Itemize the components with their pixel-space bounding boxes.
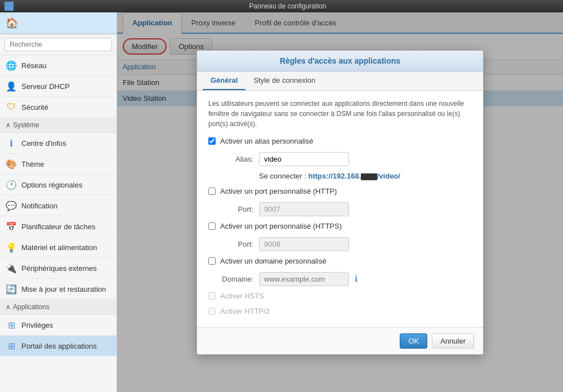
sidebar-item-label: Portail des applications	[21, 342, 97, 350]
sidebar-item-notification[interactable]: 💬 Notification	[0, 195, 117, 216]
alias-input[interactable]	[259, 152, 349, 166]
dhcp-icon: 👤	[6, 81, 17, 92]
theme-icon: 🎨	[6, 158, 17, 170]
modal-description: Les utilisateurs peuvent se connecter au…	[208, 99, 472, 129]
network-icon: 🌐	[6, 60, 17, 71]
http-port-row: Port:	[208, 202, 472, 216]
sidebar-item-privileges[interactable]: ⊞ Privilèges	[0, 315, 117, 336]
sidebar-item-label: Matériel et alimentation	[21, 243, 97, 252]
domain-input[interactable]	[259, 272, 349, 286]
domain-checkbox-label[interactable]: Activer un domaine personnalisé	[220, 257, 327, 265]
http2-checkbox-row: Activer HTTP/2	[208, 307, 472, 315]
modal-footer: OK Annuler	[197, 327, 483, 354]
https-port-row: Port:	[208, 237, 472, 251]
sidebar-item-label: Planificateur de tâches	[21, 222, 96, 231]
sidebar-item-portail[interactable]: ⊞ Portail des applications	[0, 336, 117, 357]
app-icon	[5, 2, 14, 11]
https-checkbox-label[interactable]: Activer un port personnalisé (HTTPS)	[220, 222, 342, 230]
sidebar-home[interactable]: 🏠	[0, 12, 117, 34]
sidebar-item-label: Périphériques externes	[21, 264, 97, 273]
sidebar: 🏠 🌐 Réseau 👤 Serveur DHCP 🛡 Sécurité ∧ S…	[0, 12, 117, 392]
regional-icon: 🕐	[6, 179, 17, 190]
https-port-input[interactable]	[259, 237, 349, 251]
modal-body: Les utilisateurs peuvent se connecter au…	[197, 91, 483, 327]
sidebar-item-label: Mise à jour et restauration	[21, 285, 106, 293]
cancel-button[interactable]: Annuler	[432, 333, 474, 349]
https-checkbox[interactable]	[208, 222, 216, 230]
hsts-checkbox-row: Activer HSTS	[208, 292, 472, 300]
sidebar-item-centre-infos[interactable]: ℹ Centre d'infos	[0, 133, 117, 154]
http-checkbox-row: Activer un port personnalisé (HTTP)	[208, 187, 472, 195]
info-icon[interactable]: ℹ	[355, 274, 358, 283]
alias-checkbox-row: Activer un alias personnalisé	[208, 137, 472, 145]
sidebar-item-label: Serveur DHCP	[21, 82, 70, 91]
sidebar-item-label: Sécurité	[21, 103, 48, 112]
modal-tab-general[interactable]: Général	[203, 72, 245, 90]
update-icon: 🔄	[6, 283, 17, 295]
domain-checkbox[interactable]	[208, 257, 216, 265]
external-icon: 🔌	[6, 262, 17, 274]
info-icon: ℹ	[6, 137, 17, 149]
collapse-arrow: ∧	[6, 303, 11, 311]
connect-url: Se connecter : https://192.168.████/vide…	[259, 172, 472, 180]
privileges-icon: ⊞	[6, 319, 17, 331]
sidebar-item-label: Thème	[21, 160, 44, 168]
content-area: Application Proxy inverse Profil de cont…	[117, 12, 563, 392]
planner-icon: 📅	[6, 221, 17, 232]
modal-overlay: Règles d'accès aux applications Général …	[117, 12, 563, 392]
modal-title: Règles d'accès aux applications	[197, 51, 483, 72]
modal-tab-style-connexion[interactable]: Style de connexion	[245, 72, 323, 90]
sidebar-item-mise-a-jour[interactable]: 🔄 Mise à jour et restauration	[0, 279, 117, 300]
notification-icon: 💬	[6, 200, 17, 211]
sidebar-item-peripheriques[interactable]: 🔌 Périphériques externes	[0, 258, 117, 279]
portal-icon: ⊞	[6, 340, 17, 351]
domain-label: Domaine:	[208, 275, 253, 283]
sidebar-item-label: Réseau	[21, 61, 47, 70]
domain-checkbox-row: Activer un domaine personnalisé	[208, 257, 472, 265]
http-checkbox[interactable]	[208, 188, 216, 195]
hsts-checkbox-label[interactable]: Activer HSTS	[220, 292, 264, 300]
title-bar: Panneau de configuration	[0, 0, 563, 12]
alias-checkbox-label[interactable]: Activer un alias personnalisé	[220, 137, 313, 145]
sidebar-item-materiel[interactable]: 💡 Matériel et alimentation	[0, 237, 117, 258]
alias-form-row: Alias:	[208, 152, 472, 166]
domain-form-row: Domaine: ℹ	[208, 272, 472, 286]
sidebar-item-label: Options régionales	[21, 181, 82, 189]
modal-tab-bar: Général Style de connexion	[197, 72, 483, 91]
http2-checkbox-label[interactable]: Activer HTTP/2	[220, 307, 270, 315]
sidebar-search-container	[0, 34, 117, 55]
http-checkbox-label[interactable]: Activer un port personnalisé (HTTP)	[220, 187, 337, 195]
search-input[interactable]	[5, 38, 112, 51]
sidebar-item-options-regionales[interactable]: 🕐 Options régionales	[0, 175, 117, 195]
sidebar-item-planificateur[interactable]: 📅 Planificateur de tâches	[0, 216, 117, 237]
hsts-checkbox[interactable]	[208, 292, 216, 300]
sidebar-item-dhcp[interactable]: 👤 Serveur DHCP	[0, 76, 117, 97]
sidebar-item-label: Notification	[21, 202, 57, 210]
modal-dialog: Règles d'accès aux applications Général …	[196, 50, 484, 355]
ok-button[interactable]: OK	[400, 333, 427, 349]
connect-prefix: Se connecter :	[259, 172, 308, 180]
sidebar-item-securite[interactable]: 🛡 Sécurité	[0, 97, 117, 118]
power-icon: 💡	[6, 242, 17, 253]
connect-link[interactable]: https://192.168.████/video/	[308, 172, 400, 180]
alias-label: Alias:	[208, 155, 253, 163]
title-bar-title: Panneau de configuration	[17, 2, 558, 10]
collapse-arrow: ∧	[6, 121, 11, 129]
http-port-input[interactable]	[259, 202, 349, 216]
section-label: Système	[13, 121, 39, 129]
https-port-label: Port:	[208, 240, 253, 248]
sidebar-item-theme[interactable]: 🎨 Thème	[0, 154, 117, 175]
section-label: Applications	[13, 303, 50, 311]
http2-checkbox[interactable]	[208, 308, 216, 315]
http-port-label: Port:	[208, 205, 253, 213]
https-checkbox-row: Activer un port personnalisé (HTTPS)	[208, 222, 472, 230]
sidebar-item-reseau[interactable]: 🌐 Réseau	[0, 55, 117, 76]
sidebar-item-label: Privilèges	[21, 321, 53, 329]
sidebar-section-applications[interactable]: ∧ Applications	[0, 300, 117, 315]
sidebar-section-systeme[interactable]: ∧ Système	[0, 118, 117, 133]
home-icon: 🏠	[6, 17, 18, 29]
alias-checkbox[interactable]	[208, 137, 216, 145]
sidebar-item-label: Centre d'infos	[21, 139, 66, 148]
security-icon: 🛡	[6, 101, 17, 113]
